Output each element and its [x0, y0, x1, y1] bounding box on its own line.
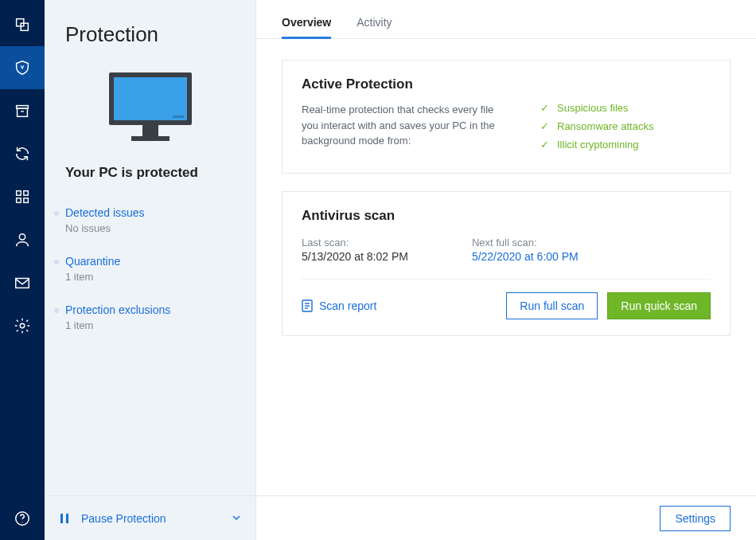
- scan-report-link[interactable]: Scan report: [302, 299, 376, 312]
- nav-item-protection[interactable]: [0, 46, 45, 89]
- gear-icon: [14, 317, 31, 335]
- svg-rect-6: [24, 191, 29, 196]
- tab-bar: Overview Activity: [256, 0, 756, 39]
- shield-icon: [14, 59, 31, 76]
- next-scan-label: Next full scan:: [472, 237, 579, 248]
- exclusions-link[interactable]: Protection exclusions: [65, 303, 235, 316]
- svg-point-11: [20, 323, 25, 328]
- quarantine-link[interactable]: Quarantine: [65, 255, 235, 268]
- run-full-scan-button[interactable]: Run full scan: [506, 292, 598, 319]
- archive-icon: [14, 102, 31, 119]
- detected-issues-value: No issues: [65, 222, 235, 234]
- exclusions-value: 1 item: [65, 319, 235, 331]
- nav-item-archive[interactable]: [0, 89, 45, 132]
- nav-item-help[interactable]: [0, 497, 45, 540]
- pause-icon: [59, 513, 70, 524]
- settings-button[interactable]: Settings: [660, 506, 731, 531]
- report-icon: [302, 299, 313, 312]
- pause-protection-button[interactable]: Pause Protection: [45, 495, 255, 540]
- last-scan-label: Last scan:: [302, 237, 408, 248]
- active-protection-list: ✓Suspicious files ✓Ransomware attacks ✓I…: [540, 102, 653, 157]
- protection-item: Illicit cryptomining: [557, 139, 639, 151]
- svg-rect-10: [16, 279, 29, 288]
- svg-rect-15: [114, 77, 187, 120]
- monitor-illustration: [45, 61, 255, 158]
- nav-item-backup[interactable]: [0, 3, 45, 46]
- nav-item-mail[interactable]: [0, 261, 45, 304]
- grid-icon: [14, 188, 31, 205]
- protection-item: Ransomware attacks: [557, 120, 653, 132]
- main-footer: Settings: [256, 495, 756, 540]
- svg-rect-17: [142, 125, 158, 136]
- monitor-icon: [103, 68, 198, 147]
- check-icon: ✓: [540, 102, 549, 114]
- svg-rect-8: [24, 198, 29, 203]
- nav-item-tools[interactable]: [0, 175, 45, 218]
- tab-overview[interactable]: Overview: [282, 16, 331, 38]
- chevron-down-icon: [232, 512, 241, 525]
- protection-status: Your PC is protected: [45, 158, 255, 197]
- nav-item-account[interactable]: [0, 218, 45, 261]
- page-title: Protection: [45, 0, 255, 61]
- quarantine-value: 1 item: [65, 271, 235, 283]
- last-scan-value: 5/13/2020 at 8:02 PM: [302, 250, 408, 263]
- next-scan-link[interactable]: 5/22/2020 at 6:00 PM: [472, 250, 579, 263]
- stack-icon: [14, 16, 31, 33]
- tab-activity[interactable]: Activity: [357, 16, 392, 38]
- svg-rect-3: [18, 108, 28, 116]
- main-area: Overview Activity Active Protection Real…: [256, 0, 756, 540]
- active-protection-title: Active Protection: [302, 76, 711, 92]
- active-protection-desc: Real-time protection that checks every f…: [302, 102, 509, 157]
- antivirus-scan-card: Antivirus scan Last scan: 5/13/2020 at 8…: [282, 191, 731, 336]
- svg-rect-19: [60, 514, 63, 523]
- side-panel: Protection Your PC is protected Detected…: [45, 0, 256, 540]
- pause-protection-label: Pause Protection: [81, 512, 166, 525]
- svg-rect-7: [17, 198, 21, 203]
- user-icon: [14, 231, 31, 248]
- nav-rail: [0, 0, 45, 540]
- svg-rect-16: [173, 115, 184, 118]
- antivirus-title: Antivirus scan: [302, 208, 711, 224]
- nav-item-sync[interactable]: [0, 132, 45, 175]
- run-quick-scan-button[interactable]: Run quick scan: [607, 292, 711, 319]
- svg-point-9: [19, 234, 25, 240]
- check-icon: ✓: [540, 120, 549, 132]
- svg-rect-20: [66, 514, 68, 523]
- detected-issues-link[interactable]: Detected issues: [65, 206, 235, 219]
- scan-report-label: Scan report: [319, 299, 376, 312]
- check-icon: ✓: [540, 139, 549, 151]
- svg-point-13: [21, 522, 22, 522]
- nav-item-settings[interactable]: [0, 304, 45, 347]
- mail-icon: [14, 274, 31, 292]
- svg-rect-1: [21, 23, 28, 30]
- svg-rect-5: [17, 191, 21, 196]
- protection-item: Suspicious files: [557, 102, 629, 114]
- active-protection-card: Active Protection Real-time protection t…: [282, 60, 731, 174]
- help-icon: [14, 510, 31, 527]
- svg-rect-18: [131, 136, 170, 141]
- sync-icon: [14, 145, 31, 162]
- svg-rect-0: [17, 19, 24, 26]
